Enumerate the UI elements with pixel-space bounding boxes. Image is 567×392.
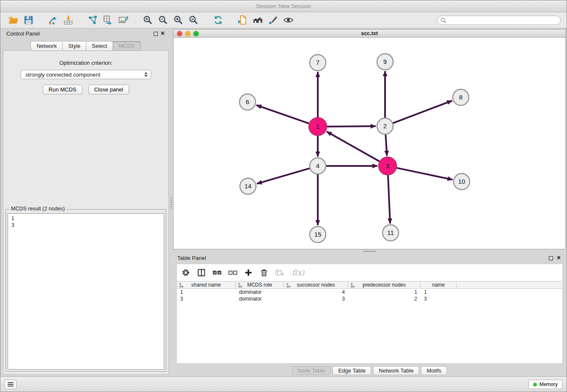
tab-style[interactable]: Style	[62, 41, 86, 51]
new-network-button[interactable]	[85, 14, 100, 27]
graph-edge-1-2[interactable]	[327, 126, 376, 127]
zoom-in-button[interactable]	[140, 14, 155, 27]
network-canvas-svg[interactable]: 1234678910111415	[173, 38, 565, 249]
graph-node-8[interactable]: 8	[453, 89, 469, 105]
search-icon	[440, 17, 446, 23]
float-control-panel-button[interactable]	[154, 32, 158, 36]
import-table-button[interactable]	[61, 14, 76, 27]
unselect-all-columns-button[interactable]	[228, 268, 238, 278]
float-table-panel-button[interactable]	[549, 256, 553, 260]
zoom-fit-button[interactable]	[171, 14, 186, 27]
graph-edge-3-11[interactable]	[388, 175, 390, 224]
refresh-icon	[213, 15, 223, 25]
memory-label: Memory	[539, 381, 558, 387]
svg-text:2: 2	[383, 122, 387, 130]
select-all-columns-button[interactable]	[212, 268, 222, 278]
table-cell: 3	[284, 295, 348, 302]
zoom-out-button[interactable]	[155, 14, 171, 27]
graph-node-3[interactable]: 3	[379, 157, 396, 175]
graph-edge-3-1[interactable]	[327, 132, 380, 161]
zoom-in-icon	[143, 15, 153, 25]
vertical-splitter[interactable]	[170, 28, 173, 375]
close-table-panel-button[interactable]: ×	[557, 254, 561, 261]
search-input[interactable]	[437, 16, 561, 25]
show-hide-panels-button[interactable]	[250, 14, 265, 27]
maximize-window-button[interactable]: +	[193, 31, 199, 36]
svg-text:1: 1	[316, 123, 319, 130]
table-row[interactable]: 1dominator411	[177, 289, 562, 295]
graph-node-4[interactable]: 4	[310, 158, 326, 174]
svg-text:9: 9	[383, 58, 387, 65]
table-row[interactable]: 3dominator323	[177, 295, 562, 302]
column-label: shared name	[191, 282, 221, 288]
column-label: name	[432, 282, 445, 288]
task-history-button[interactable]	[5, 380, 17, 389]
graph-edge-3-10[interactable]	[397, 168, 453, 180]
memory-status-icon	[533, 383, 537, 386]
column-type-icon	[286, 283, 291, 288]
graph-node-10[interactable]: 10	[454, 174, 470, 190]
table-settings-button[interactable]	[181, 268, 191, 278]
column-header-predecessor-nodes[interactable]: predecessor nodes	[348, 282, 421, 288]
graph-node-14[interactable]: 14	[240, 178, 256, 194]
column-type-icon	[238, 283, 242, 288]
graph-edge-2-8[interactable]	[393, 101, 452, 123]
tab-node-table[interactable]: Node Table	[292, 366, 331, 375]
open-session-button[interactable]	[6, 14, 21, 27]
tab-network[interactable]: Network	[30, 41, 63, 51]
close-control-panel-button[interactable]: ×	[161, 30, 165, 37]
import-network-icon	[48, 15, 58, 25]
graph-node-6[interactable]: 6	[239, 94, 256, 110]
tab-edge-table[interactable]: Edge Table	[333, 366, 371, 375]
delete-column-button[interactable]	[259, 268, 269, 278]
table-tab-bar: Node Table Edge Table Network Table Moti…	[173, 366, 566, 375]
tab-mcds[interactable]: MCDS	[113, 41, 140, 51]
memory-button[interactable]: Memory	[528, 380, 562, 389]
apply-layout-button[interactable]	[210, 14, 226, 27]
export-network-icon	[103, 15, 113, 25]
graph-edge-1-6[interactable]	[256, 105, 309, 123]
mcds-result-line: 3	[11, 222, 160, 229]
graph-node-2[interactable]: 2	[377, 118, 393, 134]
create-column-button[interactable]	[243, 268, 253, 278]
network-canvas[interactable]: 1234678910111415	[173, 38, 565, 249]
export-network-button[interactable]	[100, 14, 116, 27]
column-label: successor nodes	[297, 282, 335, 288]
export-image-button[interactable]	[116, 14, 131, 27]
run-mcds-button[interactable]: Run MCDS	[43, 85, 83, 94]
tab-select[interactable]: Select	[86, 41, 113, 51]
houses-icon	[253, 15, 263, 25]
graph-node-11[interactable]: 11	[383, 225, 399, 241]
graph-edge-2-3[interactable]	[385, 135, 387, 156]
network-nodes-icon	[88, 15, 98, 25]
tab-motifs[interactable]: Motifs	[421, 366, 447, 375]
close-mcds-panel-button[interactable]: Close panel	[88, 85, 129, 94]
open-folder-icon	[8, 15, 19, 25]
paint-brush-icon	[268, 15, 278, 25]
graph-node-9[interactable]: 9	[377, 54, 393, 70]
zoom-selected-button[interactable]	[186, 14, 201, 27]
column-header-mcds-role[interactable]: MCDS role	[236, 282, 284, 288]
close-window-button[interactable]: ×	[177, 31, 182, 36]
graph-edge-4-14[interactable]	[257, 168, 310, 184]
graph-node-1[interactable]: 1	[309, 118, 327, 135]
table-cell: 3	[421, 295, 457, 302]
tab-network-table[interactable]: Network Table	[373, 366, 419, 375]
column-header-name[interactable]: name	[421, 282, 457, 288]
graph-node-7[interactable]: 7	[310, 55, 326, 71]
style-brush-button[interactable]	[265, 14, 281, 27]
import-network-button[interactable]	[45, 14, 61, 27]
show-graphics-details-button[interactable]	[281, 14, 296, 27]
minimize-window-button[interactable]: −	[185, 31, 191, 36]
table-panel-header: Table Panel ×	[173, 253, 566, 263]
horizontal-splitter[interactable]	[173, 249, 566, 253]
criterion-select[interactable]: strongly connected component	[21, 70, 151, 79]
control-panel: Control Panel × Network Style Select MCD…	[2, 28, 170, 375]
save-session-button[interactable]	[21, 14, 36, 27]
graph-node-15[interactable]: 15	[310, 226, 326, 243]
column-header-successor-nodes[interactable]: successor nodes	[284, 282, 348, 288]
column-header-shared-name[interactable]: shared name	[177, 282, 236, 288]
table-panel-content: f(x) shared name MCDS role	[176, 264, 563, 364]
show-column-button[interactable]	[196, 268, 206, 278]
clone-network-view-button[interactable]	[235, 14, 250, 27]
